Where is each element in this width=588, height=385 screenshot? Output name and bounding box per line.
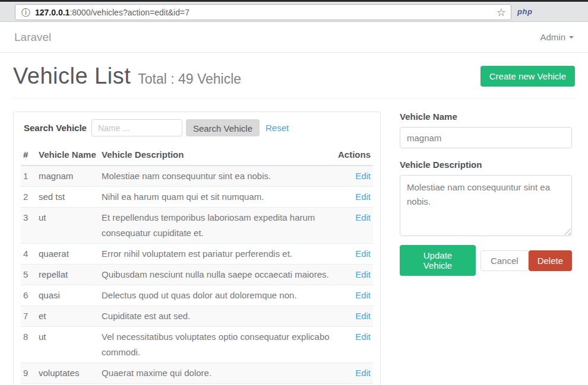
vehicle-name-cell: et [36, 306, 99, 327]
vehicle-name-cell: quaerat [36, 244, 99, 265]
form-buttons: Update Vehicle Cancel Delete [400, 245, 572, 276]
create-vehicle-button[interactable]: Create new Vehicle [480, 66, 575, 87]
edit-link[interactable]: Edit [355, 192, 371, 202]
row-number: 7 [21, 306, 36, 327]
address-bar[interactable]: ⓘ 127.0.0.1:8000/vehicles?action=edit&id… [15, 4, 511, 20]
admin-dropdown[interactable]: Admin [540, 32, 574, 42]
admin-dropdown-label: Admin [540, 32, 565, 42]
vehicle-description-cell: Quaerat maxime qui dolore. [99, 363, 336, 384]
vehicle-name-cell: quasi [36, 285, 99, 306]
vehicle-description-textarea[interactable]: Molestiae nam consequuntur sint ea nobis… [400, 175, 572, 236]
vehicle-description-cell: Cupiditate est aut sed. [99, 306, 336, 327]
column-header-description: Vehicle Description [99, 145, 336, 166]
bookmark-star-icon[interactable]: ☆ [497, 7, 506, 18]
cancel-button[interactable]: Cancel [480, 250, 529, 271]
column-header-number: # [21, 145, 36, 166]
row-number: 8 [21, 327, 36, 363]
row-number: 5 [21, 265, 36, 285]
table-row: 3 ut Et repellendus temporibus laboriosa… [21, 208, 373, 244]
edit-link[interactable]: Edit [355, 368, 371, 378]
chevron-down-icon [569, 36, 574, 39]
vehicle-name-cell: sed tst [36, 187, 99, 208]
page-title: Vehicle List [13, 63, 131, 89]
edit-vehicle-form: Vehicle Name Vehicle Description Molesti… [400, 112, 572, 276]
vehicle-description-cell: Molestiae nam consequuntur sint ea nobis… [99, 166, 336, 187]
table-header-row: # Vehicle Name Vehicle Description Actio… [21, 145, 373, 166]
browser-toolbar: ⓘ 127.0.0.1:8000/vehicles?action=edit&id… [0, 0, 588, 22]
column-header-actions: Actions [336, 145, 373, 166]
brand-link[interactable]: Laravel [14, 31, 51, 44]
navbar: Laravel Admin [0, 22, 588, 53]
table-row: 4 quaerat Error nihil voluptatem est par… [21, 244, 373, 265]
update-vehicle-button[interactable]: Update Vehicle [400, 245, 476, 276]
vehicle-description-cell: Error nihil voluptatem est pariatur perf… [99, 244, 336, 265]
edit-link[interactable]: Edit [355, 332, 371, 342]
reset-link[interactable]: Reset [265, 123, 289, 133]
column-header-name: Vehicle Name [36, 145, 99, 166]
total-count: Total : 49 Vehicle [138, 71, 241, 87]
vehicle-description-label: Vehicle Description [400, 160, 572, 170]
edit-link[interactable]: Edit [355, 212, 371, 222]
row-number: 6 [21, 285, 36, 306]
table-row: 5 repellat Quibusdam nesciunt nulla null… [21, 265, 373, 285]
textarea-wrap: Molestiae nam consequuntur sint ea nobis… [400, 175, 572, 236]
vehicle-description-cell: Et repellendus temporibus laboriosam exp… [99, 208, 336, 244]
main-row: Search Vehicle Search Vehicle Reset # Ve… [13, 112, 575, 385]
table-row: 1 magnam Molestiae nam consequuntur sint… [21, 166, 373, 187]
edit-link[interactable]: Edit [355, 249, 371, 259]
edit-link[interactable]: Edit [355, 290, 371, 300]
search-input[interactable] [91, 119, 182, 136]
vehicle-table: # Vehicle Name Vehicle Description Actio… [21, 145, 373, 385]
row-number: 4 [21, 244, 36, 265]
table-row: 6 quasi Delectus quod ut quas dolor aut … [21, 285, 373, 306]
vehicle-description-cell: Delectus quod ut quas dolor aut doloremq… [99, 285, 336, 306]
vehicle-description-cell: Nihil ea harum quam qui et sit numquam. [99, 187, 336, 208]
row-number: 1 [21, 166, 36, 187]
vehicle-name-cell: ut [36, 208, 99, 244]
vehicle-name-input[interactable] [400, 127, 572, 148]
vehicle-list-panel: Search Vehicle Search Vehicle Reset # Ve… [13, 112, 381, 385]
php-extension-icon[interactable]: php [517, 7, 532, 16]
title-wrap: Vehicle List Total : 49 Vehicle [13, 63, 241, 89]
page-header: Vehicle List Total : 49 Vehicle Create n… [13, 63, 575, 89]
row-number: 9 [21, 363, 36, 384]
edit-link[interactable]: Edit [355, 269, 371, 279]
row-number: 3 [21, 208, 36, 244]
table-body: 1 magnam Molestiae nam consequuntur sint… [21, 166, 373, 385]
row-number: 2 [21, 187, 36, 208]
table-row: 8 ut Vel necessitatibus voluptates optio… [21, 327, 373, 363]
vehicle-description-cell: Vel necessitatibus voluptates optio cons… [99, 327, 336, 363]
header-divider [13, 98, 575, 99]
delete-button[interactable]: Delete [529, 250, 572, 271]
search-label: Search Vehicle [24, 123, 87, 133]
url-host: 127.0.0.1 [35, 8, 69, 17]
vehicle-name-cell: repellat [36, 265, 99, 285]
vehicle-name-cell: magnam [36, 166, 99, 187]
vehicle-name-cell: ut [36, 327, 99, 363]
search-row: Search Vehicle Search Vehicle Reset [21, 119, 373, 136]
vehicle-description-cell: Quibusdam nesciunt nulla nulla saepe occ… [99, 265, 336, 285]
table-row: 9 voluptates Quaerat maxime qui dolore. … [21, 363, 373, 384]
table-row: 7 et Cupiditate est aut sed. Edit [21, 306, 373, 327]
page-content: Vehicle List Total : 49 Vehicle Create n… [0, 63, 588, 385]
site-info-icon[interactable]: ⓘ [21, 8, 30, 17]
table-row: 2 sed tst Nihil ea harum quam qui et sit… [21, 187, 373, 208]
search-button[interactable]: Search Vehicle [186, 119, 260, 136]
edit-link[interactable]: Edit [355, 171, 371, 181]
vehicle-name-cell: voluptates [36, 363, 99, 384]
url-path: :8000/vehicles?action=edit&id=7 [69, 8, 189, 17]
url-text[interactable]: 127.0.0.1:8000/vehicles?action=edit&id=7 [35, 8, 497, 17]
edit-link[interactable]: Edit [355, 311, 371, 321]
vehicle-name-label: Vehicle Name [400, 112, 572, 122]
